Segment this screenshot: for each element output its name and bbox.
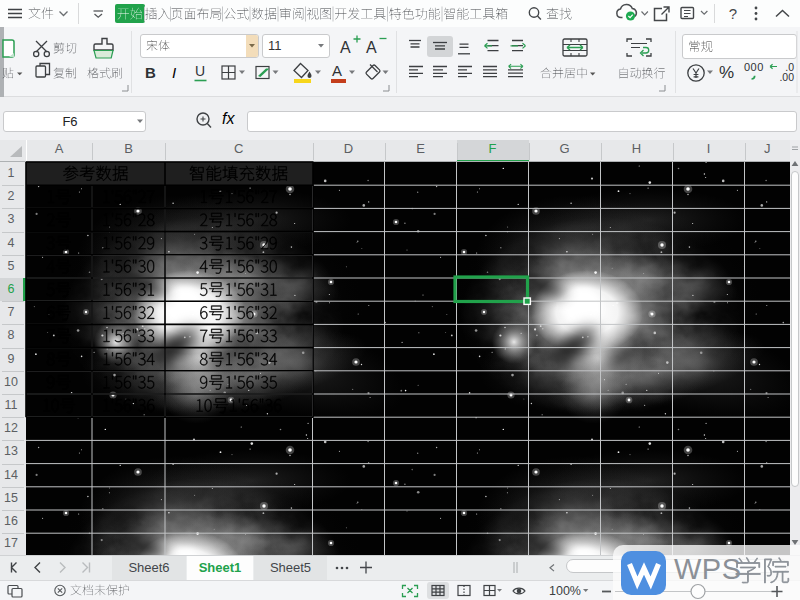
svg-text:?: ? [729, 5, 737, 22]
